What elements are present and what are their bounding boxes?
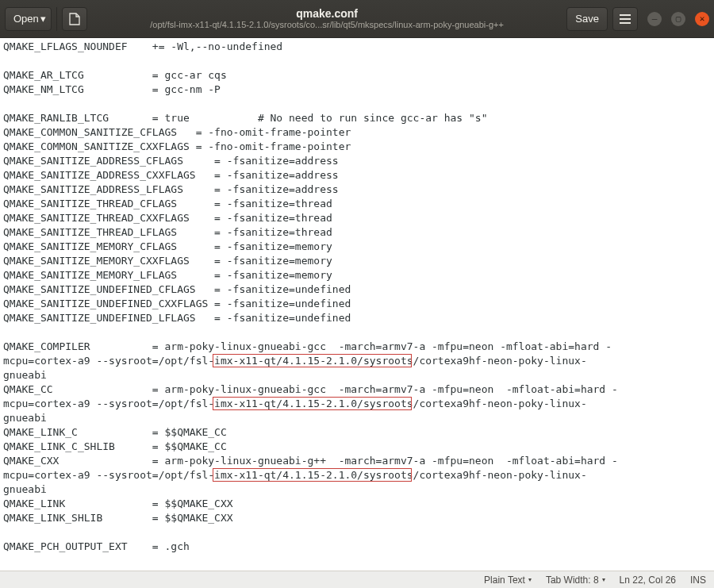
- editor-line[interactable]: QMAKE_SANITIZE_THREAD_CFLAGS = -fsanitiz…: [3, 197, 711, 211]
- editor-line[interactable]: [3, 554, 711, 568]
- header-title-block: qmake.conf /opt/fsl-imx-x11-qt/4.1.15-2.…: [92, 7, 562, 30]
- editor-line[interactable]: QMAKE_SANITIZE_UNDEFINED_CXXFLAGS = -fsa…: [3, 297, 711, 311]
- new-document-button[interactable]: [62, 7, 87, 31]
- editor-line[interactable]: QMAKE_NM_LTCG = gcc-nm -P: [3, 83, 711, 97]
- window-close-button[interactable]: ✕: [695, 12, 709, 26]
- editor-line[interactable]: [3, 525, 711, 540]
- editor-line[interactable]: QMAKE_CC = arm-poky-linux-gnueabi-gcc -m…: [3, 382, 711, 397]
- chevron-down-icon: ▾: [528, 576, 532, 583]
- editor-line[interactable]: QMAKE_LINK_SHLIB = $$QMAKE_CXX: [3, 511, 711, 525]
- status-insert-label: INS: [690, 575, 706, 586]
- editor-line[interactable]: QMAKE_AR_LTCG = gcc-ar cqs: [3, 68, 711, 83]
- editor-line[interactable]: QMAKE_SANITIZE_MEMORY_LFLAGS = -fsanitiz…: [3, 268, 711, 282]
- editor-line[interactable]: QMAKE_SANITIZE_ADDRESS_CFLAGS = -fsaniti…: [3, 154, 711, 168]
- editor-line[interactable]: mcpu=cortex-a9 --sysroot=/opt/fsl-imx-x1…: [3, 397, 711, 411]
- editor-line[interactable]: QMAKE_CXX = arm-poky-linux-gnueabi-g++ -…: [3, 454, 711, 468]
- save-button-label: Save: [575, 13, 599, 25]
- editor-line[interactable]: mcpu=cortex-a9 --sysroot=/opt/fsl-imx-x1…: [3, 468, 711, 482]
- text-editor-area[interactable]: QMAKE_LFLAGS_NOUNDEF += -Wl,--no-undefin…: [0, 38, 714, 571]
- editor-line[interactable]: QMAKE_COMMON_SANITIZE_CXXFLAGS = -fno-om…: [3, 140, 711, 154]
- open-button-label: Open: [13, 13, 39, 25]
- editor-line[interactable]: QMAKE_LINK_C = $$QMAKE_CC: [3, 425, 711, 440]
- editor-line[interactable]: QMAKE_LINK_C_SHLIB = $$QMAKE_CC: [3, 440, 711, 454]
- editor-line[interactable]: load(qt_config): [3, 568, 711, 571]
- status-bar: Plain Text ▾ Tab Width: 8 ▾ Ln 22, Col 2…: [0, 571, 714, 588]
- editor-line[interactable]: [3, 325, 711, 340]
- editor-line[interactable]: QMAKE_COMMON_SANITIZE_CFLAGS = -fno-omit…: [3, 125, 711, 140]
- editor-line[interactable]: mcpu=cortex-a9 --sysroot=/opt/fsl-imx-x1…: [3, 354, 711, 368]
- editor-line[interactable]: gnueabi: [3, 411, 711, 425]
- editor-line[interactable]: QMAKE_COMPILER = arm-poky-linux-gnueabi-…: [3, 340, 711, 354]
- editor-line[interactable]: QMAKE_SANITIZE_ADDRESS_CXXFLAGS = -fsani…: [3, 168, 711, 183]
- editor-line[interactable]: QMAKE_SANITIZE_MEMORY_CFLAGS = -fsanitiz…: [3, 240, 711, 254]
- editor-line[interactable]: [3, 97, 711, 111]
- close-icon: ✕: [700, 13, 705, 24]
- editor-line[interactable]: QMAKE_SANITIZE_ADDRESS_LFLAGS = -fsaniti…: [3, 183, 711, 197]
- status-insert-mode[interactable]: INS: [690, 575, 706, 586]
- header-separator: [56, 7, 57, 31]
- svg-rect-0: [620, 14, 631, 16]
- editor-line[interactable]: QMAKE_SANITIZE_MEMORY_CXXFLAGS = -fsanit…: [3, 254, 711, 268]
- editor-line[interactable]: QMAKE_RANLIB_LTCG = true # No need to ru…: [3, 111, 711, 125]
- editor-line[interactable]: QMAKE_LINK = $$QMAKE_CXX: [3, 497, 711, 511]
- menu-button[interactable]: [612, 7, 638, 31]
- window-subtitle: /opt/fsl-imx-x11-qt/4.1.15-2.1.0/sysroot…: [92, 20, 562, 30]
- editor-line[interactable]: QMAKE_SANITIZE_THREAD_CXXFLAGS = -fsanit…: [3, 211, 711, 225]
- maximize-icon: ▢: [676, 13, 681, 24]
- chevron-down-icon: ▾: [40, 13, 46, 25]
- status-tabwidth-label: Tab Width: 8: [546, 575, 599, 586]
- header-bar: Open ▾ qmake.conf /opt/fsl-imx-x11-qt/4.…: [0, 0, 714, 38]
- svg-rect-1: [620, 18, 631, 20]
- hamburger-icon: [620, 14, 631, 24]
- svg-rect-2: [620, 22, 631, 24]
- status-cursor-position[interactable]: Ln 22, Col 26: [620, 575, 676, 586]
- editor-line[interactable]: QMAKE_SANITIZE_UNDEFINED_LFLAGS = -fsani…: [3, 311, 711, 325]
- editor-line[interactable]: [3, 54, 711, 68]
- status-language-selector[interactable]: Plain Text ▾: [484, 575, 532, 586]
- editor-line[interactable]: QMAKE_SANITIZE_UNDEFINED_CFLAGS = -fsani…: [3, 282, 711, 297]
- window-title: qmake.conf: [92, 7, 562, 20]
- editor-line[interactable]: QMAKE_PCH_OUTPUT_EXT = .gch: [3, 540, 711, 554]
- minimize-icon: —: [652, 13, 658, 24]
- editor-line[interactable]: QMAKE_LFLAGS_NOUNDEF += -Wl,--no-undefin…: [3, 40, 711, 54]
- editor-line[interactable]: QMAKE_SANITIZE_THREAD_LFLAGS = -fsanitiz…: [3, 225, 711, 240]
- save-button[interactable]: Save: [566, 7, 608, 31]
- status-tabwidth-selector[interactable]: Tab Width: 8 ▾: [546, 575, 605, 586]
- new-document-icon: [69, 13, 80, 25]
- editor-line[interactable]: gnueabi: [3, 482, 711, 497]
- open-button[interactable]: Open ▾: [5, 7, 52, 31]
- chevron-down-icon: ▾: [602, 576, 605, 583]
- status-language-label: Plain Text: [484, 575, 525, 586]
- window-maximize-button[interactable]: ▢: [671, 12, 685, 26]
- editor-line[interactable]: gnueabi: [3, 368, 711, 382]
- window-minimize-button[interactable]: —: [647, 12, 662, 26]
- status-cursor-label: Ln 22, Col 26: [620, 575, 676, 586]
